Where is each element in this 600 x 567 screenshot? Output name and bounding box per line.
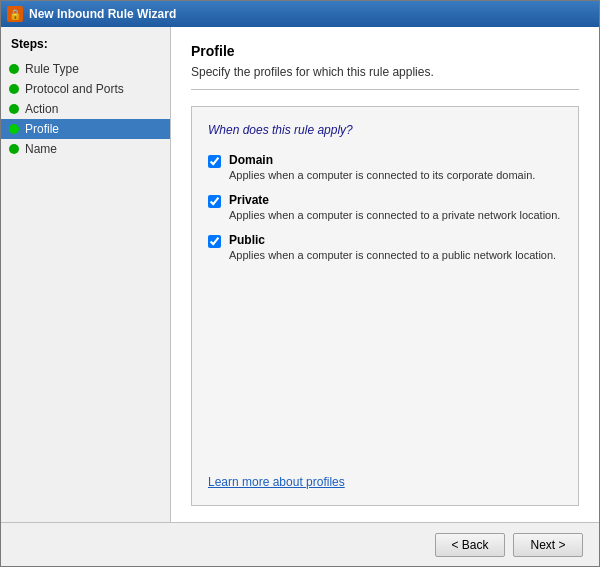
public-option: Public Applies when a computer is connec… <box>208 233 562 261</box>
private-checkbox[interactable] <box>208 195 221 208</box>
public-label: Public <box>229 233 556 247</box>
page-subtitle: Specify the profiles for which this rule… <box>191 65 579 90</box>
sidebar-label-action: Action <box>25 102 58 116</box>
sidebar-label-name: Name <box>25 142 57 156</box>
page-title: Profile <box>191 43 579 59</box>
sidebar-item-rule-type[interactable]: Rule Type <box>1 59 170 79</box>
sidebar-item-protocol-and-ports[interactable]: Protocol and Ports <box>1 79 170 99</box>
public-content: Public Applies when a computer is connec… <box>229 233 556 261</box>
inner-content: When does this rule apply? Domain Applie… <box>191 106 579 506</box>
domain-checkbox[interactable] <box>208 155 221 168</box>
step-indicator-action <box>9 104 19 114</box>
step-indicator-rule-type <box>9 64 19 74</box>
domain-option: Domain Applies when a computer is connec… <box>208 153 562 181</box>
step-indicator-protocol <box>9 84 19 94</box>
public-checkbox[interactable] <box>208 235 221 248</box>
sidebar-item-action[interactable]: Action <box>1 99 170 119</box>
window: 🔒 New Inbound Rule Wizard Steps: Rule Ty… <box>0 0 600 567</box>
domain-label: Domain <box>229 153 535 167</box>
question-text: When does this rule apply? <box>208 123 562 137</box>
step-indicator-name <box>9 144 19 154</box>
sidebar-item-name[interactable]: Name <box>1 139 170 159</box>
sidebar-label-protocol: Protocol and Ports <box>25 82 124 96</box>
sidebar-item-profile[interactable]: Profile <box>1 119 170 139</box>
domain-content: Domain Applies when a computer is connec… <box>229 153 535 181</box>
learn-more-link[interactable]: Learn more about profiles <box>208 455 562 489</box>
sidebar: Steps: Rule Type Protocol and Ports Acti… <box>1 27 171 522</box>
domain-description: Applies when a computer is connected to … <box>229 169 535 181</box>
sidebar-label-profile: Profile <box>25 122 59 136</box>
app-icon: 🔒 <box>7 6 23 22</box>
private-content: Private Applies when a computer is conne… <box>229 193 560 221</box>
title-bar: 🔒 New Inbound Rule Wizard <box>1 1 599 27</box>
public-description: Applies when a computer is connected to … <box>229 249 556 261</box>
bottom-bar: < Back Next > <box>1 522 599 566</box>
sidebar-header: Steps: <box>1 37 170 59</box>
private-option: Private Applies when a computer is conne… <box>208 193 562 221</box>
title-bar-text: New Inbound Rule Wizard <box>29 7 176 21</box>
sidebar-label-rule-type: Rule Type <box>25 62 79 76</box>
private-description: Applies when a computer is connected to … <box>229 209 560 221</box>
step-indicator-profile <box>9 124 19 134</box>
content-area: Steps: Rule Type Protocol and Ports Acti… <box>1 27 599 522</box>
private-label: Private <box>229 193 560 207</box>
main-panel: Profile Specify the profiles for which t… <box>171 27 599 522</box>
back-button[interactable]: < Back <box>435 533 505 557</box>
next-button[interactable]: Next > <box>513 533 583 557</box>
